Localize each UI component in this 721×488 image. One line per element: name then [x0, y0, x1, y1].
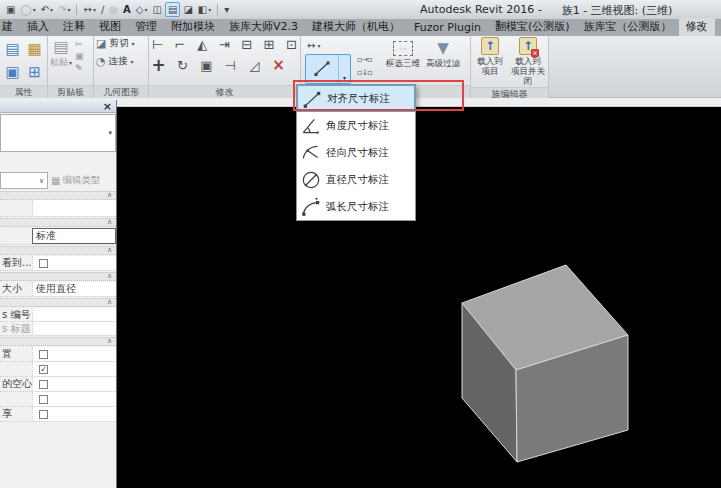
mirror-icon[interactable]: ◭: [196, 37, 209, 52]
cut-geometry-button[interactable]: ◪ 剪切 ▾: [96, 37, 146, 50]
tab-view[interactable]: 视图: [92, 18, 128, 36]
property-value[interactable]: 使用直径: [32, 282, 116, 296]
property-value[interactable]: [32, 322, 116, 335]
chevron-down-icon[interactable]: ▾: [338, 55, 350, 83]
section-header[interactable]: ∧: [0, 246, 116, 255]
aligned-dimension-icon[interactable]: ∕: [99, 2, 106, 17]
scale-icon[interactable]: ◿: [247, 58, 262, 73]
cope-icon[interactable]: ⌐: [173, 37, 186, 52]
small-tool-icon-1[interactable]: ▫→▫: [357, 55, 372, 64]
checkbox[interactable]: [39, 380, 48, 389]
tag-icon[interactable]: ◎: [107, 2, 120, 17]
section-header[interactable]: ∧: [0, 272, 116, 281]
menu-item-angular-dimension[interactable]: 角度尺寸标注: [297, 112, 415, 139]
property-value[interactable]: [32, 200, 116, 216]
tab-addins[interactable]: 附加模块: [164, 18, 222, 36]
customize-qat-icon[interactable]: ▾: [222, 2, 231, 17]
tab-insert[interactable]: 插入: [20, 18, 56, 36]
pin-icon[interactable]: ⊡: [285, 37, 298, 52]
panel-label-properties[interactable]: 属性: [0, 85, 47, 98]
save-icon[interactable]: ▣: [4, 2, 17, 17]
tab-modify[interactable]: 修改: [679, 18, 715, 36]
undo-icon[interactable]: ↶▾: [39, 2, 55, 17]
load-into-project-button[interactable]: ↑ 载入到 项目: [473, 37, 507, 86]
section-header[interactable]: ∧: [0, 191, 116, 200]
array-icon[interactable]: ⊞: [262, 37, 275, 52]
menu-item-radial-dimension[interactable]: 径向尺寸标注: [297, 139, 415, 166]
panel-label-clipboard[interactable]: 剪贴板: [48, 85, 93, 98]
family-types-icon[interactable]: ▦: [27, 40, 41, 58]
tab-manage[interactable]: 管理: [128, 18, 164, 36]
join-geometry-button[interactable]: ◔ 连接 ▾: [96, 55, 146, 68]
tab-fuzor-plugin[interactable]: Fuzor Plugin: [407, 20, 488, 36]
advanced-filter-button[interactable]: ▼ 高级过滤: [424, 41, 462, 70]
box-select-3d-button[interactable]: ◦◦ 框选三维: [384, 41, 422, 70]
panel-label-modify[interactable]: 修改: [149, 85, 300, 98]
property-row: ✓: [0, 362, 116, 377]
property-checkbox-cell[interactable]: [32, 407, 116, 421]
property-checkbox-cell[interactable]: [32, 347, 116, 361]
edit-type-button[interactable]: ▦ 编辑类型: [51, 172, 116, 189]
close-hidden-windows-icon[interactable]: ◪: [181, 2, 194, 17]
load-into-project-close-button[interactable]: ↑× 载入到 项目并关闭: [511, 37, 545, 86]
tab-fanmobao[interactable]: 翻模宝(公测版): [488, 18, 577, 36]
section-header[interactable]: ∧: [0, 337, 116, 346]
delete-icon[interactable]: ×: [271, 56, 286, 74]
type-selector[interactable]: ▾: [0, 114, 116, 152]
app-title: Autodesk Revit 2016 -: [420, 3, 542, 18]
aligned-dimension-icon: [306, 55, 338, 83]
section-header[interactable]: ∧: [0, 298, 116, 307]
collapse-icon: ∧: [107, 272, 112, 280]
property-checkbox-cell[interactable]: [32, 392, 116, 406]
redo-icon[interactable]: ↷▾: [56, 2, 72, 17]
property-checkbox-cell[interactable]: [32, 377, 116, 391]
match-type-icon[interactable]: ✎: [75, 63, 84, 73]
extend-icon[interactable]: ⇥: [218, 37, 231, 52]
tab-zukudashi[interactable]: 族库大师V2.3: [222, 18, 305, 36]
menu-item-diameter-dimension[interactable]: 直径尺寸标注: [297, 166, 415, 193]
panel-label-geometry[interactable]: 几何图形: [94, 85, 148, 98]
section-icon[interactable]: ◫: [150, 2, 163, 17]
tab-zukubao[interactable]: 族库宝（公测版）: [577, 18, 679, 36]
trim-icon[interactable]: ⊣: [223, 58, 238, 73]
split-icon[interactable]: ⊟: [240, 37, 253, 52]
menu-item-aligned-dimension[interactable]: 对齐尺寸标注: [297, 85, 415, 112]
tab-annotate[interactable]: 注释: [56, 18, 92, 36]
checkbox-checked[interactable]: ✓: [39, 365, 48, 374]
drawing-canvas[interactable]: [117, 107, 721, 488]
property-value[interactable]: [32, 308, 116, 321]
chevron-down-icon: ▾: [93, 6, 96, 13]
rotate-icon[interactable]: ↻: [175, 58, 190, 73]
menu-item-arc-length-dimension[interactable]: 弧长尺寸标注: [297, 193, 415, 220]
paste-button[interactable]: ▤ 粘贴▾: [50, 37, 72, 84]
default-3d-view-icon[interactable]: ◇▾: [134, 2, 150, 17]
measure-icon[interactable]: ↔▾: [81, 2, 97, 17]
measure-tool-button[interactable]: ↔ ▾: [307, 40, 320, 51]
text-icon[interactable]: A: [121, 2, 133, 17]
small-tool-icon-2[interactable]: ▫↓▫: [357, 68, 372, 77]
family-categories-icon[interactable]: ⊞: [28, 63, 41, 81]
property-checkbox-cell[interactable]: ✓: [32, 362, 116, 376]
move-icon[interactable]: +: [151, 55, 166, 75]
tab-jianmo-mep[interactable]: 建模大师（机电）: [305, 18, 407, 36]
checkbox[interactable]: [39, 395, 48, 404]
checkbox[interactable]: [39, 350, 48, 359]
close-icon[interactable]: ×: [103, 101, 112, 112]
section-header[interactable]: ∧: [0, 218, 116, 227]
switch-windows-icon[interactable]: ◧▾: [196, 2, 213, 17]
copy-element-icon[interactable]: ▣: [199, 58, 214, 73]
tab-create[interactable]: 建: [0, 18, 20, 36]
properties-palette-icon[interactable]: ▤: [5, 40, 19, 58]
properties-toggle-icon[interactable]: ▣: [5, 63, 19, 81]
property-checkbox-cell[interactable]: [32, 256, 116, 270]
sync-icon[interactable]: ◯▾: [18, 2, 37, 17]
cut-icon[interactable]: ✂: [75, 39, 84, 49]
type-name-value[interactable]: 标准: [32, 228, 116, 244]
checkbox[interactable]: [39, 259, 48, 268]
align-icon[interactable]: ⊢: [151, 37, 164, 52]
dimension-dropdown-button[interactable]: ▾: [305, 54, 351, 84]
search-type-dropdown[interactable]: ∨: [0, 172, 48, 189]
checkbox[interactable]: [39, 410, 48, 419]
copy-icon[interactable]: ▣: [75, 51, 84, 61]
thin-lines-icon[interactable]: ▤: [165, 2, 180, 17]
